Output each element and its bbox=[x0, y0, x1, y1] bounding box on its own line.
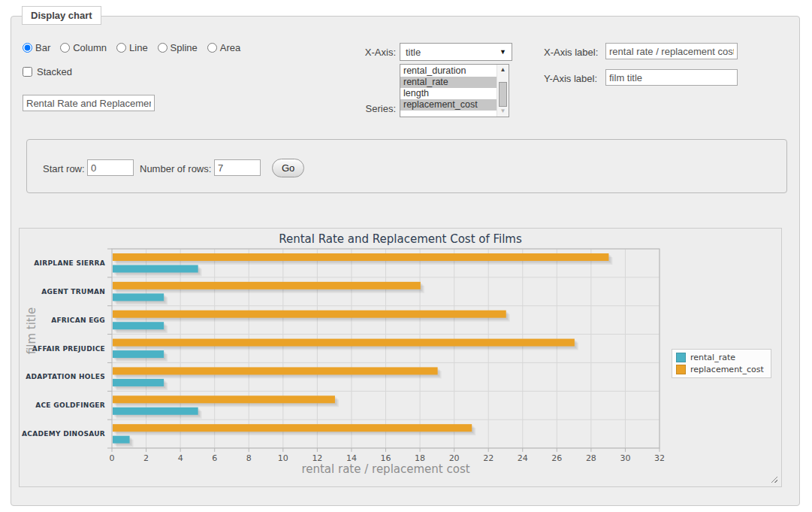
chart-type-radio-label: Column bbox=[73, 42, 107, 53]
bar-rental_rate-airplane-sierra bbox=[113, 265, 198, 273]
series-select-label: Series: bbox=[319, 103, 396, 114]
bar-replacement_cost-african-egg bbox=[113, 311, 506, 318]
legend-label: replacement_cost bbox=[690, 365, 764, 374]
scroll-down-arrow-icon[interactable]: ▼ bbox=[497, 106, 509, 117]
chart-type-radio-label: Line bbox=[129, 42, 148, 53]
start-row-label: Start row: bbox=[43, 163, 85, 174]
chart-legend: rental_ratereplacement_cost bbox=[672, 349, 771, 378]
chart-type-option-column[interactable]: Column bbox=[60, 42, 107, 53]
legend-swatch-rental_rate bbox=[676, 353, 686, 362]
bar-replacement_cost-airplane-sierra bbox=[113, 253, 608, 261]
go-button[interactable]: Go bbox=[272, 159, 304, 177]
bar-rental_rate-affair-prejudice bbox=[113, 350, 164, 358]
chart-type-radio-area[interactable] bbox=[207, 43, 217, 53]
chart-type-option-line[interactable]: Line bbox=[116, 42, 148, 53]
chart-title: Rental Rate and Replacement Cost of Film… bbox=[20, 232, 781, 246]
chart-type-radio-label: Area bbox=[220, 42, 240, 53]
bar-rental_rate-ace-goldfinger bbox=[113, 407, 198, 415]
y-axis-category-label: AGENT TRUMAN bbox=[41, 288, 105, 295]
legend-item-replacement_cost: replacement_cost bbox=[676, 365, 764, 374]
y-axis-category-label: AIRPLANE SIERRA bbox=[34, 259, 105, 267]
series-option-rental_duration[interactable]: rental_duration bbox=[400, 65, 497, 77]
legend-label: rental_rate bbox=[690, 353, 735, 362]
y-axis-category-label: AFFAIR PREJUDICE bbox=[32, 345, 105, 353]
chart-container: 02468101214161820222426283032AIRPLANE SI… bbox=[19, 228, 782, 487]
y-axis-category-label: ACE GOLDFINGER bbox=[35, 401, 105, 409]
bar-rental_rate-adaptation-holes bbox=[113, 379, 164, 386]
start-row-input[interactable] bbox=[87, 159, 134, 176]
x-axis-label-caption: X-Axis label: bbox=[544, 47, 604, 58]
y-axis-category-label: AFRICAN EGG bbox=[51, 317, 105, 324]
chart-type-radio-column[interactable] bbox=[60, 43, 70, 53]
chart-type-option-bar[interactable]: Bar bbox=[23, 42, 50, 53]
stacked-checkbox[interactable] bbox=[23, 67, 32, 77]
y-axis-label-input[interactable] bbox=[605, 69, 738, 86]
display-chart-page: Display chart BarColumnLineSplineArea St… bbox=[0, 0, 812, 512]
series-multiselect[interactable]: rental_durationrental_ratelengthreplacem… bbox=[400, 64, 509, 117]
y-axis-label-caption: Y-Axis label: bbox=[544, 73, 604, 84]
y-axis-category-label: ADAPTATION HOLES bbox=[26, 373, 105, 380]
chart-type-radio-label: Bar bbox=[35, 42, 50, 53]
x-axis-title: rental rate / replacement cost bbox=[112, 462, 660, 476]
bar-rental_rate-african-egg bbox=[113, 322, 164, 329]
bar-rental_rate-academy-dinosaur bbox=[113, 436, 130, 444]
bar-replacement_cost-adaptation-holes bbox=[113, 367, 438, 374]
x-axis-select[interactable]: title ▼ bbox=[400, 43, 512, 61]
chart-type-option-spline[interactable]: Spline bbox=[158, 42, 198, 53]
bar-replacement_cost-agent-truman bbox=[113, 282, 421, 289]
legend-item-rental_rate: rental_rate bbox=[676, 353, 764, 362]
stacked-option[interactable]: Stacked bbox=[23, 66, 72, 77]
chart-type-radio-bar[interactable] bbox=[23, 43, 32, 53]
bar-rental_rate-agent-truman bbox=[113, 293, 164, 301]
y-axis-title: film title bbox=[25, 289, 38, 372]
legend-swatch-replacement_cost bbox=[676, 365, 686, 374]
y-axis-category-label: ACADEMY DINOSAUR bbox=[22, 430, 105, 438]
chart-type-radio-spline[interactable] bbox=[158, 43, 168, 53]
series-option-replacement_cost[interactable]: replacement_cost bbox=[400, 99, 497, 111]
bar-chart-plot: 02468101214161820222426283032AIRPLANE SI… bbox=[20, 229, 783, 488]
number-of-rows-label: Number of rows: bbox=[140, 163, 211, 174]
chart-type-radio-label: Spline bbox=[171, 42, 198, 53]
chart-type-radio-line[interactable] bbox=[116, 43, 126, 53]
x-axis-selected-value: title bbox=[406, 47, 421, 58]
series-options: rental_durationrental_ratelengthreplacem… bbox=[400, 65, 497, 111]
dropdown-caret-icon: ▼ bbox=[500, 48, 506, 56]
chart-type-option-area[interactable]: Area bbox=[207, 42, 240, 53]
x-axis-select-label: X-Axis: bbox=[319, 47, 396, 58]
chart-type-radio-group: BarColumnLineSplineArea bbox=[23, 42, 240, 53]
series-option-length[interactable]: length bbox=[400, 88, 497, 99]
bar-replacement_cost-ace-goldfinger bbox=[113, 395, 335, 403]
series-option-rental_rate[interactable]: rental_rate bbox=[400, 77, 497, 88]
scroll-up-arrow-icon[interactable]: ▲ bbox=[497, 65, 509, 75]
x-axis-label-input[interactable] bbox=[605, 43, 738, 59]
number-of-rows-input[interactable] bbox=[214, 159, 261, 176]
bar-replacement_cost-academy-dinosaur bbox=[113, 424, 472, 432]
series-scrollbar[interactable]: ▲ ▼ bbox=[497, 65, 509, 117]
scrollbar-thumb[interactable] bbox=[499, 82, 507, 107]
stacked-label: Stacked bbox=[37, 66, 72, 77]
chart-title-input[interactable] bbox=[23, 95, 155, 111]
fieldset-legend: Display chart bbox=[22, 6, 101, 25]
bar-replacement_cost-affair-prejudice bbox=[113, 339, 575, 347]
